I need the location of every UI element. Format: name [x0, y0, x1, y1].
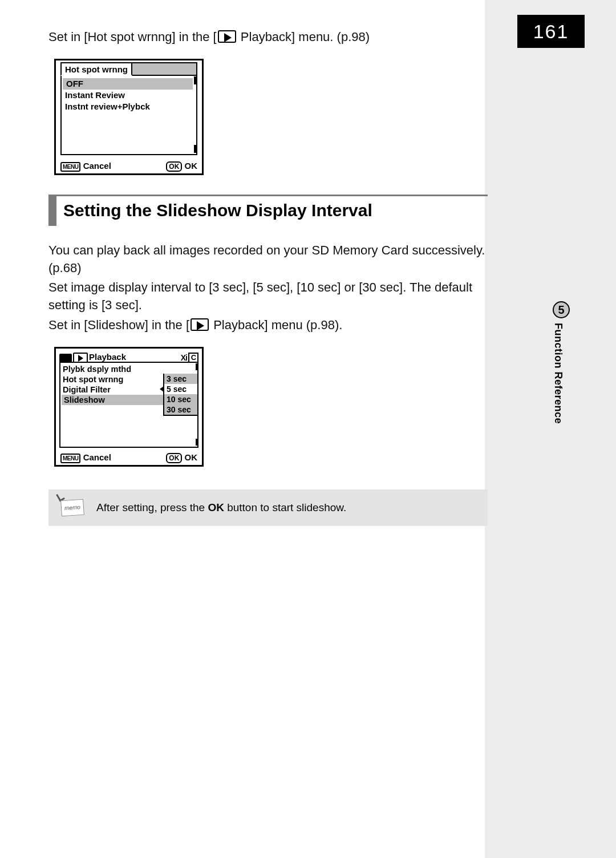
cancel-label: MENU Cancel — [60, 452, 111, 462]
playback-icon — [218, 30, 236, 43]
menu-button-icon: MENU — [60, 162, 80, 172]
chapter-indicator: 5 Function Reference — [552, 301, 570, 424]
interval-option[interactable]: 10 sec — [164, 394, 197, 404]
menu-button-icon: MENU — [60, 454, 80, 463]
tab-bar: Playback Xi C — [59, 350, 198, 363]
menu-option[interactable]: Instnt review+Plybck — [62, 101, 194, 112]
menu-footer: MENU Cancel OK OK — [56, 450, 202, 465]
setup-tab-icons: Xi — [181, 353, 187, 362]
ok-label: OK OK — [166, 452, 197, 462]
scrollbar-indicator — [196, 363, 198, 370]
body-para-3a: Set in [Slideshow] in the [ — [48, 318, 189, 332]
memo-callout: memo After setting, press the OK button … — [48, 489, 488, 526]
camera-menu-hotspot: Hot spot wrnng OFF Instant Review Instnt… — [54, 59, 204, 175]
page-number: 161 — [517, 15, 585, 48]
scrollbar-indicator — [194, 145, 197, 153]
menu-option[interactable]: OFF — [63, 78, 193, 90]
body-para-3b: Playback] menu (p.98). — [210, 318, 342, 332]
menu-option[interactable]: Instant Review — [62, 90, 194, 101]
chapter-number: 5 — [553, 301, 570, 318]
menu-tab-title: Hot spot wrnng — [60, 62, 132, 76]
menu-footer: MENU Cancel OK OK — [56, 159, 202, 173]
ok-button-icon: OK — [166, 161, 182, 172]
memo-label: memo — [60, 499, 84, 516]
body-para-2: Set image display interval to [3 sec], [… — [48, 279, 488, 314]
intro-text-b: Playback] menu. (p.98) — [237, 30, 370, 44]
body-para-1: You can play back all images recorded on… — [48, 242, 488, 277]
scrollbar-indicator — [196, 439, 198, 446]
scrollbar-indicator — [194, 76, 197, 84]
menu-row[interactable]: Plybk dsply mthd — [60, 364, 197, 374]
chapter-title: Function Reference — [552, 323, 564, 424]
body-para-3: Set in [Slideshow] in the [ Playback] me… — [48, 317, 488, 334]
camera-menu-slideshow: Playback Xi C Plybk dsply mthd Hot spot … — [54, 347, 204, 467]
cancel-label: MENU Cancel — [60, 161, 111, 171]
playback-icon — [191, 318, 209, 331]
memo-text-a: After setting, press the — [96, 501, 208, 513]
ok-text: OK — [185, 452, 198, 462]
memo-icon: memo — [58, 497, 84, 518]
interval-option[interactable]: 5 sec — [164, 384, 197, 394]
ok-button-icon: OK — [166, 453, 182, 463]
ok-label: OK OK — [166, 161, 197, 171]
interval-option[interactable]: 30 sec — [164, 404, 197, 415]
option-dropdown: 3 sec 5 sec 10 sec 30 sec — [163, 374, 198, 416]
ok-text: OK — [185, 161, 198, 171]
interval-option[interactable]: 3 sec — [164, 374, 197, 384]
intro-text: Set in [Hot spot wrnng] in the [ Playbac… — [48, 29, 488, 46]
memo-text-b: button to start slideshow. — [224, 501, 346, 513]
page-side-bg — [485, 0, 616, 858]
memo-text-bold: OK — [208, 501, 224, 513]
menu-body: OFF Instant Review Instnt review+Plybck — [60, 75, 197, 155]
cancel-text: Cancel — [83, 452, 111, 462]
cancel-text: Cancel — [83, 161, 111, 171]
memo-text: After setting, press the OK button to st… — [96, 501, 346, 514]
intro-text-a: Set in [Hot spot wrnng] in the [ — [48, 30, 217, 44]
section-heading: Setting the Slideshow Display Interval — [48, 195, 488, 226]
